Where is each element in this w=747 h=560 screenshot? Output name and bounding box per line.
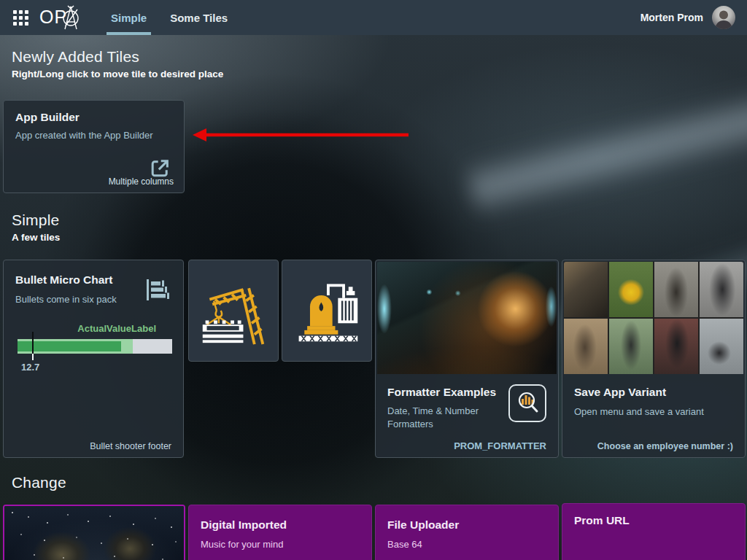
tile-subtitle: Music for your mind bbox=[201, 539, 283, 550]
tile-title: App Builder bbox=[15, 111, 80, 124]
red-annotation-arrow bbox=[191, 125, 410, 144]
bullet-threshold-value: 12.7 bbox=[21, 362, 39, 373]
tile-crane-image[interactable] bbox=[188, 260, 279, 362]
tile-subtitle: App created with the App Builder bbox=[15, 130, 153, 141]
bullet-threshold-line bbox=[32, 332, 34, 354]
tile-file-uploader[interactable]: File Uploader Base 64 bbox=[375, 505, 559, 560]
avatar-photo bbox=[712, 6, 735, 29]
tile-title: File Uploader bbox=[387, 518, 459, 532]
user-avatar[interactable] bbox=[712, 6, 735, 29]
tile-subtitle: Base 64 bbox=[387, 539, 422, 550]
bullet-threshold-tick bbox=[32, 354, 34, 360]
tile-title: Prom URL bbox=[574, 514, 630, 527]
bullet-chart-icon bbox=[144, 276, 171, 306]
snow-helmets-image bbox=[4, 506, 184, 560]
tile-save-app-variant[interactable]: Save App Variant Open menu and save a va… bbox=[562, 260, 746, 458]
tile-footer: Multiple columns bbox=[109, 176, 174, 187]
tile-bullet-micro-chart[interactable]: Bullet Micro Chart Bullets come in six p… bbox=[3, 260, 184, 458]
tile-subtitle: Bullets come in six pack bbox=[15, 294, 117, 305]
tab-some-tiles[interactable]: Some Tiles bbox=[158, 0, 239, 35]
launchpad-root: OP Simple Some Tiles Morten Prom bbox=[0, 0, 747, 560]
tile-formatter-examples[interactable]: Formatter Examples Date, Time & Number F… bbox=[375, 260, 559, 458]
opa-logo[interactable]: OP bbox=[39, 3, 80, 32]
tile-title: Bullet Micro Chart bbox=[15, 273, 112, 287]
fuel-pump-icon bbox=[292, 273, 362, 349]
section-title-newly-added: Newly Added Tiles bbox=[12, 48, 139, 66]
top-app-bar: OP Simple Some Tiles Morten Prom bbox=[0, 0, 747, 35]
section-title-change: Change bbox=[12, 474, 66, 491]
tile-app-builder[interactable]: App Builder App created with the App Bui… bbox=[3, 100, 185, 193]
crane-icon bbox=[198, 273, 268, 349]
tile-title: Save App Variant bbox=[574, 386, 666, 399]
user-name[interactable]: Morten Prom bbox=[640, 12, 703, 23]
tile-footer: Choose an employee number :) bbox=[597, 441, 733, 451]
bullet-actual-value-label: ActualValueLabel bbox=[18, 323, 156, 334]
tab-some-tiles-label: Some Tiles bbox=[170, 12, 228, 24]
section-subtitle-newly-added: Right/Long click to move tile to desired… bbox=[12, 69, 223, 79]
tile-footer: PROM_FORMATTER bbox=[454, 440, 546, 451]
bullet-chart-bar bbox=[18, 339, 172, 354]
section-title-simple: Simple bbox=[12, 211, 59, 229]
background-light-beam bbox=[465, 87, 747, 219]
tile-subtitle: Date, Time & Number Formatters bbox=[387, 405, 504, 431]
magnifier-chart-icon bbox=[508, 384, 546, 422]
tile-pump-image[interactable] bbox=[282, 260, 372, 362]
tile-subtitle: Open menu and save a variant bbox=[574, 406, 704, 417]
tab-simple-label: Simple bbox=[111, 12, 147, 24]
tile-prom-url[interactable]: Prom URL bbox=[562, 503, 746, 560]
section-subtitle-simple: A few tiles bbox=[12, 232, 60, 243]
sci-fi-corridor-image bbox=[377, 262, 557, 374]
app-launcher-grid-icon[interactable] bbox=[7, 4, 34, 31]
svg-text:OP: OP bbox=[39, 7, 67, 27]
tile-title: Digital Imported bbox=[201, 518, 287, 532]
tab-simple[interactable]: Simple bbox=[99, 0, 158, 35]
cyclists-collage-image bbox=[564, 262, 743, 374]
tile-digital-imported[interactable]: Digital Imported Music for your mind bbox=[188, 505, 372, 560]
snow-particles bbox=[12, 512, 13, 513]
tile-title: Formatter Examples bbox=[387, 386, 496, 399]
tile-footer: Bullet shooter footer bbox=[90, 441, 171, 451]
tile-change-photo[interactable] bbox=[3, 505, 185, 560]
